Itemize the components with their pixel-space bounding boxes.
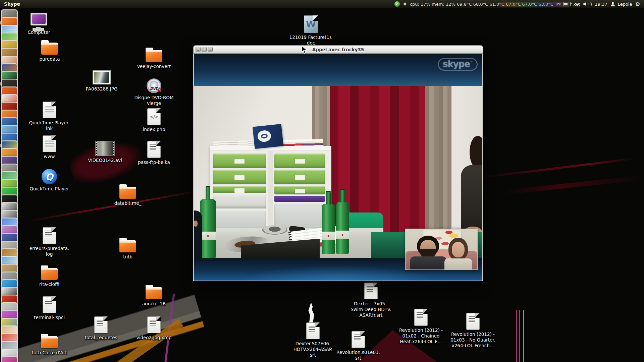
- dexter-s07e06-srt-icon: [306, 322, 320, 339]
- desktop-icon-terminal-lspci[interactable]: terminal-lspci: [26, 296, 73, 320]
- person-right-body: [461, 165, 482, 236]
- dvd-rom-vierge-icon: DVDR: [147, 78, 161, 93]
- clock[interactable]: 19:37: [595, 2, 607, 7]
- window-titlebar[interactable]: x - ▫ Appel avec frocky35: [193, 45, 483, 54]
- desktop-icon-puredata[interactable]: puredata: [26, 40, 73, 62]
- index-php-icon: </>: [147, 108, 161, 125]
- green-bin: [213, 186, 266, 193]
- gear-icon[interactable]: ⚙: [635, 1, 640, 7]
- desktop-icon-label: index.php: [143, 127, 165, 132]
- person-left-shoulder: [194, 210, 202, 258]
- battery-icon[interactable]: [564, 2, 571, 6]
- self-view-pip[interactable]: [405, 229, 478, 270]
- desktop-icon-label: Revolution (2012) -01x03 - No Quarter.x2…: [450, 331, 495, 349]
- storage-shelf: [210, 146, 331, 239]
- dock-item-45[interactable]: [1, 356, 18, 362]
- panel-wallpaper-bleed: [499, 2, 570, 7]
- window-title: Appel avec frocky35: [194, 47, 483, 52]
- desktop-icon-label: Computer: [28, 29, 50, 35]
- desktop-icon-label: www: [44, 154, 55, 160]
- username[interactable]: Lepole: [618, 2, 632, 7]
- desktop-icon-veejay-convert[interactable]: Veejay-convert: [130, 48, 177, 69]
- desktop-icon-erreurs-puredata-log[interactable]: erreurs-puredata.log: [26, 227, 73, 257]
- www-icon: [43, 135, 56, 152]
- pip-woman-face: [452, 242, 465, 257]
- person-left-hand: [194, 221, 198, 227]
- desktop-icon-rita-cioffi[interactable]: rita-cioffi: [26, 265, 73, 287]
- desktop-icon-revolution-01x02-srt[interactable]: Revolution (2012) -01x02 - ChainedHeat.x…: [397, 309, 444, 345]
- desktop-icon-tntb-carre-dart[interactable]: tntb Carré d'Art: [26, 334, 73, 356]
- desktop-icon-quicktime-player[interactable]: QQuickTime Player: [26, 169, 73, 192]
- heineken-bottle: [322, 204, 335, 254]
- active-app-name[interactable]: Skype: [4, 1, 20, 7]
- app-dock: [0, 0, 19, 362]
- desktop-icon-www[interactable]: www: [26, 135, 73, 160]
- aorakit-1b-icon: [146, 287, 162, 299]
- heineken-bottle: [336, 202, 349, 254]
- ashtray: [262, 225, 287, 235]
- desktop-icon-label: Revolution.s01e01.srt: [336, 350, 380, 361]
- top-panel: Skype ✔ ✖ cpu: 17% mem: 12% 69.8°C 68.0°…: [0, 0, 644, 8]
- desktop-icon-pass-ftp-belka[interactable]: pass-ftp-belka: [130, 141, 177, 165]
- desktop-icon-databit-me[interactable]: databit.me_: [104, 184, 151, 206]
- green-bin: [274, 186, 325, 194]
- desktop-icon-label: erreurs-puredata.log: [30, 246, 69, 257]
- desktop-icon-label: total_requetes: [85, 335, 117, 341]
- desktop-icon-label: video2.jpg.xmp: [137, 335, 172, 341]
- tntb-icon: [119, 240, 136, 252]
- volume-icon[interactable]: [583, 1, 592, 7]
- close-button[interactable]: x: [196, 47, 201, 52]
- desktop-icon-label: VIDEO0142.avi: [88, 158, 122, 163]
- minimize-button[interactable]: -: [202, 47, 207, 52]
- desktop-icon-video0142-avi[interactable]: VIDEO0142.avi: [82, 141, 128, 163]
- desktop-icon-label: Veejay-convert: [137, 64, 171, 69]
- revolution-s01e01-srt-icon: [352, 331, 365, 348]
- call-header-band: skype™: [194, 54, 482, 86]
- paper-stack: [213, 140, 253, 147]
- desktop-icon-computer[interactable]: Computer: [15, 13, 62, 35]
- pip-man-torso: [410, 256, 446, 269]
- desktop-icon-label: Dexter.S07E06.HDTV.x264-ASAP.srt: [293, 341, 333, 358]
- desktop-icon-facture-doc[interactable]: W121019 Facture(1).doc: [287, 15, 334, 46]
- desktop-icon-label: puredata: [39, 56, 60, 62]
- wifi-icon[interactable]: [574, 2, 580, 6]
- desktop-icon-label: 121019 Facture(1).doc: [289, 35, 333, 46]
- skype-logo: skype™: [438, 58, 478, 71]
- computer-icon: [31, 13, 47, 25]
- desktop: ComputerW121019 Facture(1).docpuredataVe…: [0, 0, 644, 362]
- green-bin: [213, 154, 266, 168]
- green-bin: [274, 154, 325, 168]
- desktop-icon-total-requetes[interactable]: total_requetes: [77, 316, 124, 341]
- maximize-button[interactable]: ▫: [208, 47, 213, 52]
- desktop-icon-video2-jpg-xmp[interactable]: video2.jpg.xmp: [130, 316, 177, 341]
- erreurs-puredata-log-icon: [43, 227, 56, 244]
- person-right-head: [470, 136, 482, 168]
- desktop-icon-dvd-rom-vierge[interactable]: DVDRDisque DVD-ROMvierge: [130, 78, 177, 106]
- skype-status-icon[interactable]: ✔: [394, 1, 400, 7]
- desktop-icon-label: tntb: [123, 254, 132, 260]
- desktop-icon-aorakit-1b[interactable]: aorakit-1B: [130, 285, 177, 307]
- desktop-icon-label: Disque DVD-ROMvierge: [134, 95, 173, 106]
- tray-x-icon[interactable]: ✖: [403, 1, 407, 7]
- desktop-icon-dexter-s07e06-srt[interactable]: Dexter.S07E06.HDTV.x264-ASAP.srt: [289, 322, 336, 358]
- databit-me-icon: [119, 187, 136, 199]
- blue-magazine-file: [253, 124, 283, 149]
- desktop-icon-label: aorakit-1B: [142, 301, 166, 307]
- desktop-icon-quicktime-lnk[interactable]: QuickTime Player.lnk: [26, 102, 73, 131]
- desktop-icon-pa063288-jpg[interactable]: PA063288.JPG: [78, 70, 125, 92]
- trademark: ™: [470, 61, 473, 64]
- user-icon: [610, 2, 615, 6]
- desktop-icon-revolution-01x03-srt[interactable]: Revolution (2012) -01x03 - No Quarter.x2…: [449, 313, 496, 349]
- pip-woman-torso: [444, 258, 472, 269]
- desktop-icon-label: rita-cioffi: [39, 282, 59, 287]
- desktop-icon-index-php[interactable]: </>index.php: [130, 108, 177, 132]
- clear-bin: [213, 210, 266, 231]
- revolution-01x02-srt-icon: [414, 309, 428, 326]
- video0142-avi-icon: [95, 141, 115, 156]
- desktop-icon-revolution-s01e01-srt[interactable]: Revolution.s01e01.srt: [335, 331, 382, 361]
- terminal-lspci-icon: [43, 296, 56, 313]
- desktop-icon-tntb[interactable]: tntb: [104, 238, 151, 260]
- desktop-icon-dexter-7x05-srt[interactable]: Dexter - 7x05 -Swim Deep.HDTV.ASAP.fr.sr…: [347, 283, 394, 318]
- tntb-carre-dart-icon: [41, 336, 58, 348]
- white-bin: [213, 194, 266, 208]
